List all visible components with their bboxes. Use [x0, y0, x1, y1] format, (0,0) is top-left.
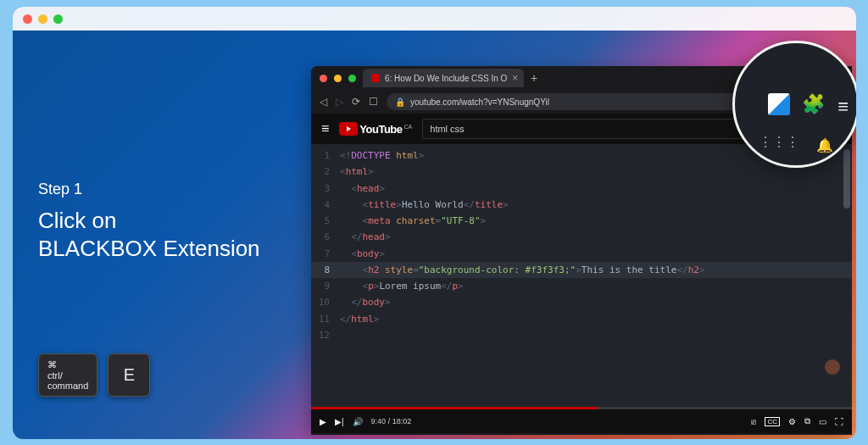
- code-line-active: 8 <h2 style="background-color: #f3f3f3;"…: [311, 262, 852, 278]
- keyboard-shortcut: ⌘ ctrl/ command E: [38, 353, 150, 397]
- code-line: 9 <p>Lorem ipsum</p>: [311, 278, 852, 294]
- instruction-panel: Step 1 Click on BLACKBOX Extension: [38, 181, 260, 262]
- miniplayer-icon[interactable]: ⧉: [804, 416, 810, 426]
- new-tab-button[interactable]: +: [531, 71, 537, 85]
- scrollbar[interactable]: [843, 149, 850, 209]
- browser-close-button[interactable]: [320, 75, 327, 82]
- tutorial-window: Step 1 Click on BLACKBOX Extension ⌘ ctr…: [13, 7, 856, 439]
- youtube-logo[interactable]: YouTube CA: [339, 122, 412, 136]
- next-button[interactable]: ▶|: [335, 417, 344, 426]
- settings-icon[interactable]: ⚙: [788, 417, 796, 426]
- subtitles-icon[interactable]: ⎚: [751, 417, 756, 426]
- window-titlebar: [13, 7, 856, 31]
- blackbox-extension-icon[interactable]: [768, 93, 790, 115]
- forward-button[interactable]: ▷: [336, 96, 343, 108]
- presenter-avatar: [825, 359, 840, 375]
- video-time: 9:40 / 18:02: [371, 417, 412, 426]
- reload-button[interactable]: ⟳: [352, 96, 360, 108]
- youtube-favicon-icon: [371, 74, 380, 82]
- letter-key: E: [108, 353, 150, 397]
- volume-icon[interactable]: 🔊: [353, 417, 363, 426]
- code-editor-video: 1<!DOCTYPE html> 2<html> 3 <head> 4 <tit…: [311, 144, 852, 407]
- back-button[interactable]: ◁: [320, 96, 327, 108]
- browser-maximize-button[interactable]: [348, 75, 356, 82]
- modifier-key: ⌘ ctrl/ command: [38, 353, 97, 397]
- zoom-callout: 🧩 ≡ ⋮⋮⋮ 🔔: [732, 41, 856, 168]
- code-line: 7 <body>: [311, 246, 852, 262]
- step-label: Step 1: [38, 181, 260, 198]
- video-controls: ▶ ▶| 🔊 9:40 / 18:02 ⎚ CC ⚙ ⧉ ▭ ⛶: [311, 409, 852, 433]
- hamburger-menu-icon[interactable]: ≡: [321, 121, 329, 136]
- url-text: youtube.com/watch?v=YNSnugnQYil: [410, 97, 549, 107]
- address-bar[interactable]: 🔒 youtube.com/watch?v=YNSnugnQYil: [387, 93, 782, 110]
- bookmark-icon[interactable]: ☐: [369, 96, 378, 108]
- cc-button[interactable]: CC: [765, 417, 780, 426]
- close-window-button[interactable]: [23, 14, 32, 24]
- browser-tab[interactable]: 6: How Do We Include CSS In O ×: [363, 69, 524, 87]
- play-button[interactable]: ▶: [320, 417, 326, 426]
- code-line: 4 <title>Hello World</title>: [311, 197, 852, 213]
- step-text: Click on BLACKBOX Extension: [38, 207, 260, 262]
- playlist-icon[interactable]: ≡: [837, 96, 849, 118]
- maximize-window-button[interactable]: [53, 14, 63, 24]
- browser-minimize-button[interactable]: [334, 75, 342, 82]
- theater-icon[interactable]: ▭: [819, 417, 826, 426]
- code-line: 2<html>: [311, 164, 852, 180]
- code-line: 5 <meta charset="UTF-8">: [311, 213, 852, 229]
- youtube-play-icon: [339, 122, 358, 136]
- notifications-bell-icon[interactable]: 🔔: [816, 137, 833, 153]
- minimize-window-button[interactable]: [38, 14, 47, 24]
- lock-icon: 🔒: [395, 97, 405, 107]
- search-value: html css: [430, 124, 765, 134]
- tab-title: 6: How Do We Include CSS In O: [385, 74, 507, 83]
- code-line: 6 </head>: [311, 229, 852, 245]
- apps-grid-icon[interactable]: ⋮⋮⋮: [759, 134, 799, 150]
- code-line: 12: [311, 327, 852, 343]
- code-line: 3 <head>: [311, 181, 852, 197]
- puzzle-extensions-icon[interactable]: 🧩: [802, 93, 825, 115]
- code-line: 11</html>: [311, 311, 852, 327]
- code-line: 10 </body>: [311, 294, 852, 310]
- youtube-search-input[interactable]: html css ×: [422, 119, 778, 139]
- fullscreen-icon[interactable]: ⛶: [835, 417, 843, 426]
- command-icon: ⌘: [47, 359, 88, 370]
- tab-close-icon[interactable]: ×: [512, 72, 518, 84]
